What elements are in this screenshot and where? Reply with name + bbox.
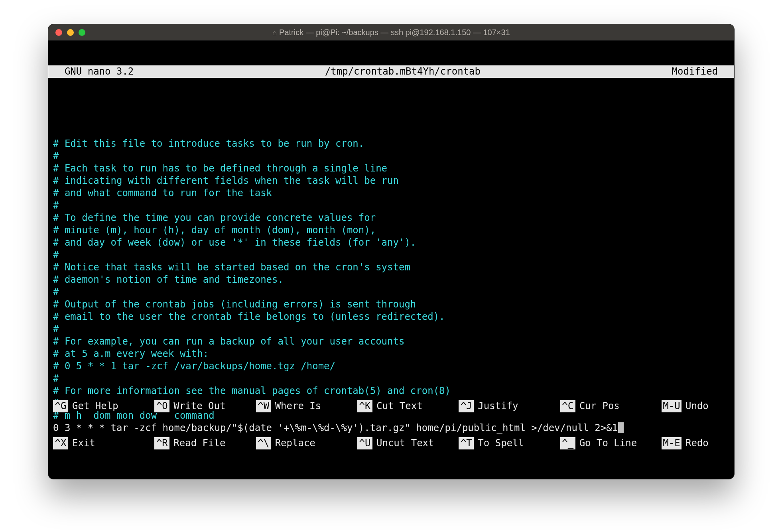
shortcut-label: Justify xyxy=(478,400,518,412)
editor-line: # Each task to run has to be defined thr… xyxy=(53,163,387,174)
shortcut-label: Read File xyxy=(173,437,225,449)
shortcut-label: Exit xyxy=(72,437,95,449)
nano-version: GNU nano 3.2 xyxy=(53,65,134,78)
shortcut-read-file[interactable]: ^RRead File xyxy=(154,437,256,449)
editor-line: # xyxy=(53,150,59,162)
editor-line: # To define the time you can provide con… xyxy=(53,212,376,223)
shortcut-label: To Spell xyxy=(478,437,524,449)
window-title-text: Patrick — pi@Pi: ~/backups — ssh pi@192.… xyxy=(279,28,510,37)
shortcut-key: ^X xyxy=(53,437,68,449)
shortcut-key: ^T xyxy=(459,437,474,449)
shortcut-key: ^O xyxy=(154,400,169,412)
window-title: ⌂Patrick — pi@Pi: ~/backups — ssh pi@192… xyxy=(48,28,734,37)
shortcut-key: ^C xyxy=(560,400,575,412)
editor-line: # and what command to run for the task xyxy=(53,187,272,199)
shortcut-cut-text[interactable]: ^KCut Text xyxy=(357,400,459,412)
shortcut-label: Redo xyxy=(685,437,709,449)
shortcut-label: Replace xyxy=(275,437,315,449)
nano-shortcut-bar: ^GGet Help ^OWrite Out ^WWhere Is ^KCut … xyxy=(48,375,734,474)
shortcut-key: ^G xyxy=(53,400,68,412)
editor-line: # indicating with different fields when … xyxy=(53,175,399,186)
shortcut-key: ^K xyxy=(357,400,372,412)
terminal-window: ⌂Patrick — pi@Pi: ~/backups — ssh pi@192… xyxy=(48,24,735,479)
minimize-window-button[interactable] xyxy=(67,29,74,36)
shortcut-label: Go To Line xyxy=(579,437,637,449)
shortcut-go-to-line[interactable]: ^_Go To Line xyxy=(560,437,662,449)
traffic-lights xyxy=(55,29,85,36)
shortcut-exit[interactable]: ^XExit xyxy=(53,437,154,449)
editor-line: # xyxy=(53,200,59,211)
nano-status-bar: GNU nano 3.2 /tmp/crontab.mBt4Yh/crontab… xyxy=(48,65,734,78)
window-titlebar: ⌂Patrick — pi@Pi: ~/backups — ssh pi@192… xyxy=(48,24,734,41)
editor-line: # and day of week (dow) or use '*' in th… xyxy=(53,237,416,248)
nano-modified-indicator: Modified xyxy=(672,65,730,78)
home-folder-icon: ⌂ xyxy=(272,29,277,37)
shortcut-get-help[interactable]: ^GGet Help xyxy=(53,400,154,412)
shortcut-cur-pos[interactable]: ^CCur Pos xyxy=(560,400,662,412)
shortcut-label: Write Out xyxy=(173,400,225,412)
shortcut-key: ^\ xyxy=(256,437,271,449)
editor-line: # xyxy=(53,323,59,335)
shortcut-label: Undo xyxy=(685,400,709,412)
shortcut-label: Cur Pos xyxy=(579,400,620,412)
shortcut-label: Cut Text xyxy=(376,400,423,412)
shortcut-uncut-text[interactable]: ^UUncut Text xyxy=(357,437,459,449)
shortcut-label: Get Help xyxy=(72,400,118,412)
editor-line: # Edit this file to introduce tasks to b… xyxy=(53,138,364,149)
editor-line: # Output of the crontab jobs (including … xyxy=(53,299,416,310)
editor-line: # at 5 a.m every week with: xyxy=(53,348,209,359)
shortcut-key: ^U xyxy=(357,437,372,449)
shortcut-key: ^R xyxy=(154,437,169,449)
shortcut-where-is[interactable]: ^WWhere Is xyxy=(256,400,357,412)
close-window-button[interactable] xyxy=(55,29,62,36)
shortcut-key: ^W xyxy=(256,400,271,412)
shortcut-label: Uncut Text xyxy=(376,437,434,449)
shortcut-write-out[interactable]: ^OWrite Out xyxy=(154,400,256,412)
editor-line: # daemon's notion of time and timezones. xyxy=(53,274,284,285)
shortcut-label: Where Is xyxy=(275,400,321,412)
shortcut-undo[interactable]: M-UUndo xyxy=(662,400,729,412)
editor-line: # minute (m), hour (h), day of month (do… xyxy=(53,225,376,236)
editor-line: # email to the user the crontab file bel… xyxy=(53,311,445,322)
shortcut-key: M-U xyxy=(662,400,682,412)
shortcut-redo[interactable]: M-ERedo xyxy=(662,437,729,449)
editor-line: # 0 5 * * 1 tar -zcf /var/backups/home.t… xyxy=(53,361,335,372)
shortcut-key: ^J xyxy=(459,400,474,412)
shortcut-replace[interactable]: ^\Replace xyxy=(256,437,357,449)
shortcut-key: M-E xyxy=(662,437,682,449)
shortcut-to-spell[interactable]: ^TTo Spell xyxy=(459,437,560,449)
editor-line: # Notice that tasks will be started base… xyxy=(53,262,410,273)
shortcut-justify[interactable]: ^JJustify xyxy=(459,400,560,412)
shortcut-key: ^_ xyxy=(560,437,575,449)
editor-line: # xyxy=(53,286,59,298)
nano-file-path: /tmp/crontab.mBt4Yh/crontab xyxy=(134,65,672,78)
editor-line: # xyxy=(53,249,59,260)
zoom-window-button[interactable] xyxy=(79,29,85,36)
editor-line: # For example, you can run a backup of a… xyxy=(53,336,404,347)
